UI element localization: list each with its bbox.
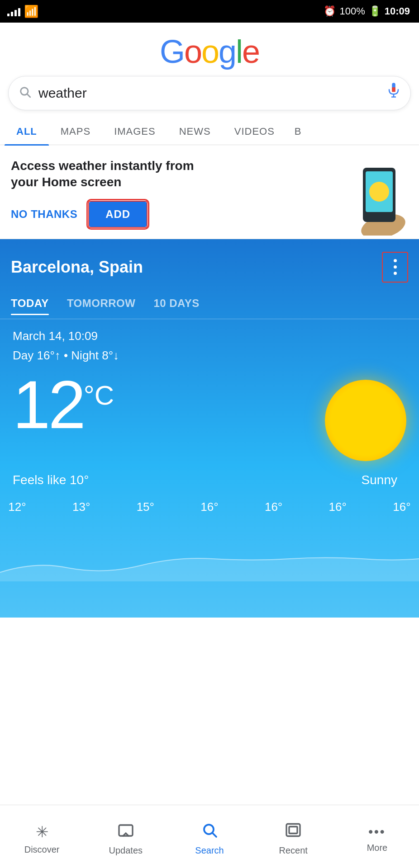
logo-l: l	[236, 33, 242, 70]
svg-line-1	[27, 94, 30, 97]
promo-buttons: NO THANKS ADD	[11, 201, 205, 228]
svg-rect-10	[119, 825, 133, 836]
weather-description: Sunny	[362, 473, 397, 487]
logo-e: e	[242, 33, 259, 70]
promo-title: Access weather instantly from your Home …	[11, 158, 205, 191]
add-button-wrapper: ADD	[88, 201, 148, 228]
weather-menu-button[interactable]	[382, 252, 408, 283]
logo-g: G	[160, 33, 184, 70]
tab-images[interactable]: IMAGES	[102, 118, 167, 145]
status-right: ⏰ 100% 🔋 10:09	[324, 5, 410, 17]
mic-icon[interactable]	[387, 83, 400, 104]
day-temp: Day 16°↑ • Night 8°↓	[13, 349, 119, 362]
promo-left: Access weather instantly from your Home …	[11, 158, 205, 228]
tab-maps[interactable]: MAPS	[49, 118, 102, 145]
weather-content: March 14, 10:09 Day 16°↑ • Night 8°↓ 12 …	[0, 319, 419, 487]
search-icon	[19, 85, 31, 101]
more-icon: •••	[368, 825, 386, 839]
hourly-temps: 12° 13° 15° 16° 16° 16° 16°	[0, 500, 419, 514]
wave-svg	[0, 536, 419, 581]
google-header: Google	[0, 23, 419, 76]
google-logo: Google	[160, 35, 259, 68]
nav-search-label: Search	[195, 845, 224, 856]
hourly-temp-3: 16°	[196, 500, 223, 514]
weather-card: Barcelona, Spain TODAY TOMORROW 10 DAYS …	[0, 239, 419, 618]
hourly-temp-6: 16°	[388, 500, 415, 514]
nav-recent-label: Recent	[279, 845, 308, 856]
hourly-temp-0: 12°	[4, 500, 31, 514]
promo-card: Access weather instantly from your Home …	[0, 145, 419, 239]
nav-search[interactable]: Search	[167, 805, 251, 868]
nav-discover[interactable]: ✳ Discover	[0, 805, 84, 868]
weather-date: March 14, 10:09	[13, 329, 406, 343]
search-nav-icon	[201, 822, 218, 842]
battery-icon: 🔋	[369, 5, 381, 17]
status-left: 📶	[7, 5, 38, 19]
hourly-temp-5: 16°	[324, 500, 351, 514]
status-bar: 📶 ⏰ 100% 🔋 10:09	[0, 0, 419, 23]
hourly-temp-4: 16°	[260, 500, 287, 514]
three-dots-icon	[394, 259, 397, 275]
sun-icon	[325, 380, 406, 461]
weather-tab-today[interactable]: TODAY	[11, 292, 49, 314]
nav-more-label: More	[367, 843, 388, 853]
tab-more-results[interactable]: B	[286, 118, 309, 145]
svg-point-9	[369, 182, 389, 202]
hourly-temp-2: 15°	[132, 500, 159, 514]
clock-time: 10:09	[385, 5, 410, 17]
no-thanks-button[interactable]: NO THANKS	[11, 208, 77, 221]
battery-percent: 100%	[339, 5, 365, 17]
weather-range: Day 16°↑ • Night 8°↓	[13, 349, 406, 363]
current-temp: 12	[13, 371, 84, 439]
wifi-icon: 📶	[24, 5, 38, 19]
weather-header: Barcelona, Spain	[0, 239, 419, 283]
weather-location: Barcelona, Spain	[11, 258, 143, 277]
logo-o1: o	[184, 33, 201, 70]
nav-more[interactable]: ••• More	[335, 805, 419, 868]
alarm-icon: ⏰	[324, 5, 336, 17]
svg-line-12	[213, 833, 216, 837]
nav-updates-label: Updates	[109, 845, 143, 856]
hourly-temp-1: 13°	[68, 500, 95, 514]
weather-tab-10days[interactable]: 10 DAYS	[153, 292, 199, 314]
logo-o2: o	[201, 33, 219, 70]
hourly-chart: 12° 13° 15° 16° 16° 16° 16°	[0, 500, 419, 581]
search-bar[interactable]: weather	[8, 76, 411, 110]
weather-main: 12 °C	[13, 371, 406, 461]
phone-illustration	[349, 163, 408, 236]
discover-icon: ✳	[36, 823, 48, 841]
svg-rect-14	[289, 827, 297, 834]
svg-rect-3	[392, 87, 395, 92]
search-tabs: ALL MAPS IMAGES NEWS VIDEOS B	[0, 118, 419, 145]
bottom-nav: ✳ Discover Updates Search Recent	[0, 805, 419, 868]
nav-discover-label: Discover	[24, 844, 60, 855]
feels-like: Feels like 10°	[13, 473, 89, 487]
weather-tab-tomorrow[interactable]: TOMORROW	[67, 292, 136, 314]
temp-unit: °C	[84, 380, 114, 411]
logo-g2: g	[219, 33, 236, 70]
updates-icon	[118, 822, 134, 842]
tab-all[interactable]: ALL	[5, 118, 49, 145]
nav-recent[interactable]: Recent	[252, 805, 335, 868]
recent-icon	[285, 822, 301, 842]
tab-videos[interactable]: VIDEOS	[223, 118, 286, 145]
weather-tabs: TODAY TOMORROW 10 DAYS	[0, 283, 419, 314]
search-query[interactable]: weather	[38, 85, 387, 101]
add-button[interactable]: ADD	[89, 202, 147, 227]
tab-news[interactable]: NEWS	[167, 118, 223, 145]
search-bar-container: weather	[0, 76, 419, 118]
weather-temp-section: 12 °C	[13, 371, 114, 439]
promo-image	[349, 163, 408, 222]
nav-updates[interactable]: Updates	[84, 805, 167, 868]
signal-icon	[7, 6, 20, 16]
